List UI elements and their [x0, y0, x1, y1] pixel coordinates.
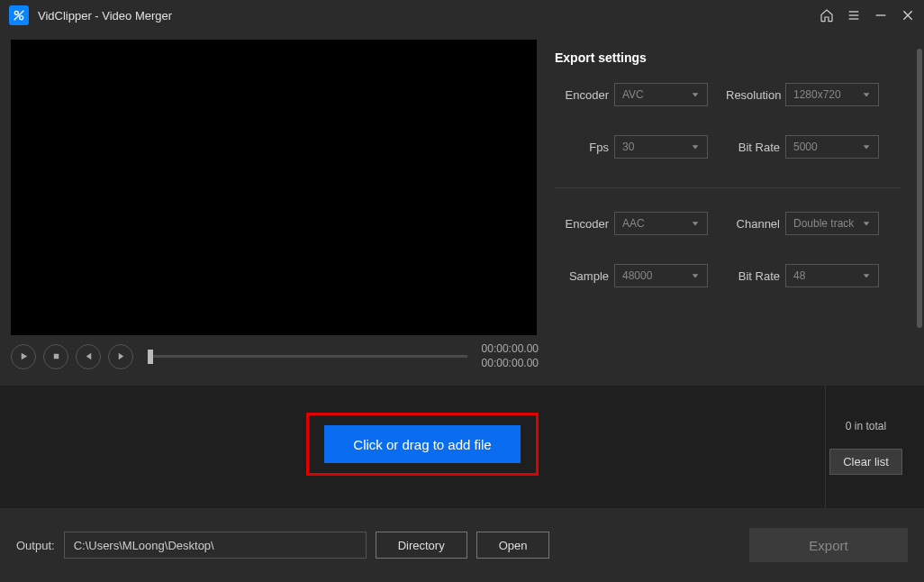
audio-bitrate-select[interactable]: 48	[785, 264, 879, 287]
video-bitrate-label: Bit Rate	[726, 141, 780, 154]
svg-point-0	[14, 11, 18, 14]
svg-marker-11	[86, 353, 91, 359]
timeline-slider[interactable]	[148, 348, 467, 366]
directory-button[interactable]: Directory	[376, 532, 467, 559]
menu-icon[interactable]	[847, 8, 861, 23]
svg-marker-12	[118, 353, 123, 359]
footer: Output: C:\Users\MLoong\Desktop\ Directo…	[0, 508, 924, 582]
svg-marker-18	[864, 222, 870, 225]
preview-panel: 00:00:00.00 00:00:00.00	[0, 31, 544, 386]
svg-marker-14	[864, 93, 870, 96]
chevron-down-icon	[862, 219, 871, 228]
settings-panel: Export settings Encoder AVC Resolution 1…	[544, 31, 924, 386]
close-icon[interactable]	[901, 8, 915, 23]
audio-bitrate-label: Bit Rate	[726, 269, 780, 283]
svg-rect-10	[53, 354, 59, 359]
fps-label: Fps	[555, 141, 609, 154]
time-current: 00:00:00.00	[482, 342, 539, 357]
settings-separator	[555, 187, 901, 188]
output-label: Output:	[16, 539, 55, 552]
list-tools: 0 in total Clear list	[825, 386, 906, 508]
window-title: VidClipper - Video Merger	[38, 9, 820, 23]
main-area: 00:00:00.00 00:00:00.00 Export settings …	[0, 31, 924, 386]
annotation-highlight: Click or drag to add file	[306, 413, 539, 476]
play-button[interactable]	[11, 344, 36, 369]
chevron-down-icon	[691, 142, 700, 151]
chevron-down-icon	[691, 219, 700, 228]
video-encoder-select[interactable]: AVC	[614, 83, 708, 106]
transport-controls: 00:00:00.00 00:00:00.00	[11, 342, 539, 370]
add-file-button[interactable]: Click or drag to add file	[324, 425, 521, 463]
resolution-select[interactable]: 1280x720	[785, 83, 879, 106]
svg-marker-16	[864, 145, 870, 149]
resolution-label: Resolution	[726, 88, 780, 102]
chevron-down-icon	[691, 271, 700, 280]
export-button[interactable]: Export	[749, 528, 908, 562]
svg-marker-17	[693, 222, 699, 225]
video-bitrate-select[interactable]: 5000	[785, 135, 879, 159]
settings-scrollbar[interactable]	[917, 49, 922, 328]
svg-marker-19	[693, 274, 699, 277]
chevron-down-icon	[862, 271, 871, 280]
video-preview[interactable]	[11, 40, 537, 335]
sample-label: Sample	[555, 269, 609, 283]
stop-button[interactable]	[43, 344, 68, 369]
time-readout: 00:00:00.00 00:00:00.00	[482, 342, 539, 370]
video-encoder-label: Encoder	[555, 88, 609, 102]
channel-select[interactable]: Double track	[785, 212, 879, 235]
prev-frame-button[interactable]	[76, 344, 101, 369]
settings-title: Export settings	[555, 50, 901, 65]
sample-select[interactable]: 48000	[614, 264, 708, 287]
svg-point-1	[20, 16, 23, 20]
titlebar: VidClipper - Video Merger	[0, 0, 924, 31]
app-icon	[9, 5, 29, 25]
svg-marker-15	[693, 145, 699, 149]
time-total: 00:00:00.00	[482, 357, 539, 371]
open-button[interactable]: Open	[476, 532, 550, 559]
audio-encoder-label: Encoder	[555, 217, 609, 231]
svg-marker-20	[864, 274, 870, 277]
minimize-icon[interactable]	[874, 8, 888, 23]
chevron-down-icon	[862, 142, 871, 151]
file-count-text: 0 in total	[846, 420, 886, 432]
home-icon[interactable]	[820, 8, 834, 23]
dropzone-area[interactable]: Click or drag to add file 0 in total Cle…	[0, 386, 924, 508]
next-frame-button[interactable]	[108, 344, 133, 369]
chevron-down-icon	[691, 90, 700, 99]
channel-label: Channel	[726, 217, 780, 231]
audio-encoder-select[interactable]: AAC	[614, 212, 708, 235]
output-path-field[interactable]: C:\Users\MLoong\Desktop\	[64, 532, 367, 559]
fps-select[interactable]: 30	[614, 135, 708, 159]
clear-list-button[interactable]: Clear list	[829, 449, 902, 475]
svg-marker-9	[21, 353, 26, 359]
svg-marker-13	[693, 93, 699, 96]
chevron-down-icon	[862, 90, 871, 99]
